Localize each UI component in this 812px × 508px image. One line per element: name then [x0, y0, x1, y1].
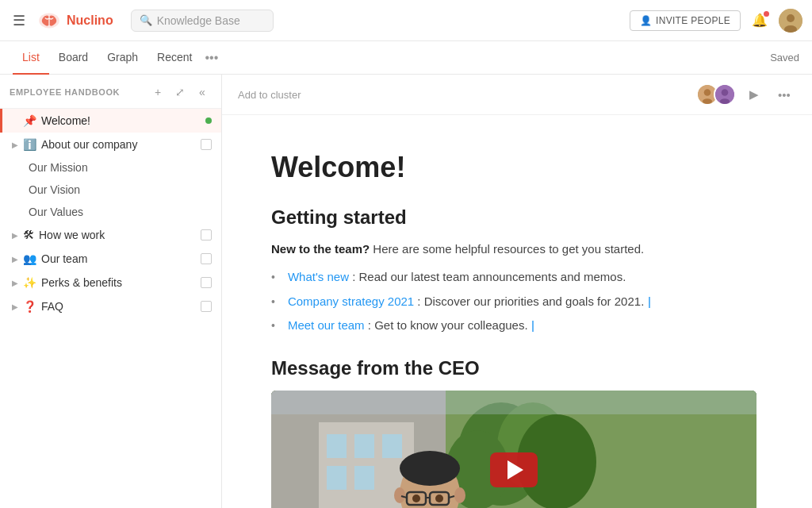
svg-point-9 [720, 98, 730, 104]
sidebar-item-label-welcome: Welcome! [41, 114, 205, 127]
tab-list[interactable]: List [13, 41, 49, 75]
list-item-team: Meet our team : Get to know your colleag… [271, 317, 763, 335]
add-to-cluster-button[interactable]: Add to cluster [238, 89, 301, 101]
item-checkbox-perks[interactable] [201, 277, 212, 288]
sidebar-subitem-label-values: Our Values [29, 206, 83, 218]
present-icon: ▶ [749, 87, 759, 102]
svg-point-28 [400, 451, 460, 486]
search-bar[interactable]: 🔍 Knowledge Base [131, 10, 274, 32]
svg-point-6 [703, 98, 712, 104]
list-item-whats-new: What's new : Read our latest team announ… [271, 268, 763, 287]
ceo-heading: Message from the CEO [271, 357, 763, 379]
sidebar-subitem-values[interactable]: Our Values [0, 201, 221, 223]
expand-button[interactable]: ⤢ [170, 83, 190, 102]
more-options-button[interactable]: ••• [772, 83, 796, 106]
cursor-indicator-2 [649, 297, 650, 308]
ceo-video[interactable] [271, 391, 756, 508]
sidebar-item-about[interactable]: ▶ ℹ️ About our company [0, 133, 221, 156]
svg-rect-16 [327, 466, 347, 490]
resources-list: What's new : Read our latest team announ… [271, 268, 763, 335]
meet-team-link[interactable]: Meet our team [288, 318, 365, 332]
item-emoji-welcome: 📌 [23, 114, 36, 127]
active-dot-welcome [205, 117, 212, 124]
logo-text: Nuclino [67, 13, 113, 28]
avatar-image [779, 9, 802, 33]
svg-point-36 [412, 495, 420, 502]
ceo-image [271, 391, 756, 508]
item-checkbox-how[interactable] [201, 229, 212, 241]
saved-label[interactable]: Saved [770, 52, 799, 64]
search-icon: 🔍 [140, 14, 152, 26]
strategy-link[interactable]: Company strategy 2021 [288, 294, 414, 308]
sidebar-header: EMPLOYEE HANDBOOK + ⤢ « [0, 75, 221, 109]
item-checkbox-team[interactable] [201, 253, 212, 264]
sidebar-subitem-label-vision: Our Vision [29, 183, 80, 196]
intro-bold: New to the team? [271, 242, 370, 256]
item-checkbox-about[interactable] [201, 139, 212, 150]
sidebar-item-label-faq: FAQ [41, 300, 201, 313]
tab-graph-label: Graph [107, 51, 138, 64]
sidebar-actions: + ⤢ « [148, 83, 212, 102]
collaborator-avatar-2 [714, 83, 736, 106]
svg-point-30 [454, 487, 465, 503]
svg-rect-15 [382, 434, 402, 458]
item-arrow-faq: ▶ [12, 302, 20, 311]
user-avatar[interactable] [779, 9, 802, 33]
add-item-button[interactable]: + [148, 83, 167, 102]
whats-new-link[interactable]: What's new [288, 270, 349, 283]
tab-board[interactable]: Board [49, 41, 98, 75]
document-title: Welcome! [271, 150, 763, 184]
tab-recent-label: Recent [157, 51, 192, 64]
sidebar-subitem-vision[interactable]: Our Vision [0, 179, 221, 201]
nav-left: ☰ Nuclino 🔍 Knowledge Base [10, 9, 274, 33]
notification-dot [764, 11, 769, 17]
tab-recent[interactable]: Recent [147, 41, 201, 75]
invite-button[interactable]: 👤 INVITE PEOPLE [630, 10, 741, 31]
svg-point-2 [787, 14, 795, 22]
nav-right: 👤 INVITE PEOPLE 🔔 [630, 9, 802, 33]
list-item-rest-3: : Get to know your colleagues. [368, 318, 528, 332]
navbar: ☰ Nuclino 🔍 Knowledge Base 👤 INVITE PEOP… [0, 0, 812, 41]
play-button[interactable] [490, 452, 538, 487]
invite-person-icon: 👤 [640, 15, 652, 26]
content-toolbar: Add to cluster ▶ ••• [222, 75, 812, 115]
present-button[interactable]: ▶ [742, 83, 766, 106]
main-layout: EMPLOYEE HANDBOOK + ⤢ « 📌 Welcome! ▶ ℹ️ … [0, 75, 812, 508]
list-item-rest-1: : Read our latest team announcements and… [352, 270, 626, 283]
item-emoji-team: 👥 [23, 252, 36, 265]
cursor-indicator-3 [532, 321, 534, 332]
tab-graph[interactable]: Graph [98, 41, 147, 75]
sidebar-item-how-we-work[interactable]: ▶ 🛠 How we work [0, 223, 221, 247]
document-content: Welcome! Getting started New to the team… [239, 115, 795, 508]
content-actions: ▶ ••• [696, 83, 796, 106]
sidebar-item-welcome[interactable]: 📌 Welcome! [0, 109, 221, 133]
svg-rect-14 [354, 434, 374, 458]
sidebar-item-label-perks: Perks & benefits [41, 276, 201, 289]
sidebar-item-label-team: Our team [41, 252, 201, 265]
sidebar-item-faq[interactable]: ▶ ❓ FAQ [0, 294, 221, 318]
collapse-sidebar-button[interactable]: « [193, 83, 212, 102]
sidebar-section-label: EMPLOYEE HANDBOOK [10, 87, 148, 97]
svg-point-5 [704, 89, 711, 96]
svg-rect-22 [271, 391, 756, 414]
logo[interactable]: Nuclino [36, 11, 113, 30]
item-emoji-how: 🛠 [23, 229, 34, 241]
tab-more-icon[interactable]: ••• [205, 51, 218, 65]
sidebar-item-our-team[interactable]: ▶ 👥 Our team [0, 247, 221, 271]
item-emoji-about: ℹ️ [23, 138, 36, 151]
sidebar-item-perks[interactable]: ▶ ✨ Perks & benefits [0, 271, 221, 294]
item-arrow-team: ▶ [12, 255, 20, 264]
play-triangle-icon [508, 460, 523, 479]
item-emoji-faq: ❓ [23, 300, 36, 313]
sidebar: EMPLOYEE HANDBOOK + ⤢ « 📌 Welcome! ▶ ℹ️ … [0, 75, 222, 508]
intro-paragraph: New to the team? Here are some helpful r… [271, 240, 763, 259]
bell-container: 🔔 [752, 13, 768, 28]
svg-point-37 [435, 495, 443, 502]
tab-board-label: Board [59, 51, 88, 64]
list-item-text-1: What's new : Read our latest team announ… [288, 268, 626, 287]
sidebar-item-label-how: How we work [39, 229, 201, 241]
item-checkbox-faq[interactable] [201, 301, 212, 312]
sidebar-subitem-label-mission: Our Mission [29, 161, 88, 174]
sidebar-subitem-mission[interactable]: Our Mission [0, 156, 221, 179]
hamburger-icon[interactable]: ☰ [10, 9, 29, 33]
